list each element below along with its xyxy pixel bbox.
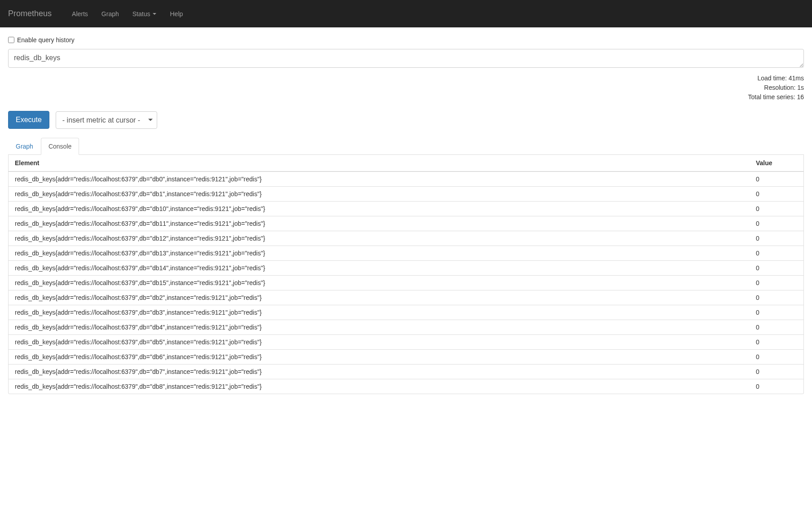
table-header-row: Element Value <box>9 155 803 171</box>
table-row: redis_db_keys{addr="redis://localhost:63… <box>9 276 803 290</box>
table-row: redis_db_keys{addr="redis://localhost:63… <box>9 335 803 350</box>
cell-value: 0 <box>750 202 803 216</box>
stat-resolution: Resolution: 1s <box>8 83 804 92</box>
execute-button[interactable]: Execute <box>8 111 49 129</box>
cell-value: 0 <box>750 364 803 379</box>
table-row: redis_db_keys{addr="redis://localhost:63… <box>9 364 803 379</box>
cell-value: 0 <box>750 305 803 320</box>
cell-element: redis_db_keys{addr="redis://localhost:63… <box>9 290 750 305</box>
table-row: redis_db_keys{addr="redis://localhost:63… <box>9 305 803 320</box>
table-row: redis_db_keys{addr="redis://localhost:63… <box>9 246 803 261</box>
cell-element: redis_db_keys{addr="redis://localhost:63… <box>9 261 750 276</box>
stat-total-series: Total time series: 16 <box>8 92 804 102</box>
main-container: Enable query history Load time: 41ms Res… <box>0 27 812 403</box>
cell-value: 0 <box>750 290 803 305</box>
cell-value: 0 <box>750 231 803 246</box>
table-row: redis_db_keys{addr="redis://localhost:63… <box>9 231 803 246</box>
action-row: Execute - insert metric at cursor - <box>8 111 804 129</box>
table-row: redis_db_keys{addr="redis://localhost:63… <box>9 379 803 394</box>
col-header-element: Element <box>9 155 750 171</box>
table-row: redis_db_keys{addr="redis://localhost:63… <box>9 290 803 305</box>
cell-element: redis_db_keys{addr="redis://localhost:63… <box>9 335 750 350</box>
cell-element: redis_db_keys{addr="redis://localhost:63… <box>9 305 750 320</box>
cell-value: 0 <box>750 171 803 187</box>
cell-element: redis_db_keys{addr="redis://localhost:63… <box>9 276 750 290</box>
cell-value: 0 <box>750 216 803 231</box>
cell-value: 0 <box>750 246 803 261</box>
nav-alerts[interactable]: Alerts <box>65 10 95 18</box>
cell-element: redis_db_keys{addr="redis://localhost:63… <box>9 171 750 187</box>
tabs: Graph Console <box>8 138 804 155</box>
cell-value: 0 <box>750 187 803 202</box>
cell-element: redis_db_keys{addr="redis://localhost:63… <box>9 202 750 216</box>
nav-help[interactable]: Help <box>163 10 190 18</box>
nav-graph[interactable]: Graph <box>95 10 126 18</box>
cell-value: 0 <box>750 379 803 394</box>
table-row: redis_db_keys{addr="redis://localhost:63… <box>9 320 803 335</box>
query-stats: Load time: 41ms Resolution: 1s Total tim… <box>8 74 804 102</box>
cell-element: redis_db_keys{addr="redis://localhost:63… <box>9 320 750 335</box>
cell-element: redis_db_keys{addr="redis://localhost:63… <box>9 246 750 261</box>
table-row: redis_db_keys{addr="redis://localhost:63… <box>9 350 803 364</box>
nav-status[interactable]: Status <box>126 10 163 18</box>
cell-element: redis_db_keys{addr="redis://localhost:63… <box>9 379 750 394</box>
query-history-checkbox[interactable] <box>8 37 14 43</box>
tab-graph[interactable]: Graph <box>8 138 41 155</box>
table-row: redis_db_keys{addr="redis://localhost:63… <box>9 171 803 187</box>
cell-element: redis_db_keys{addr="redis://localhost:63… <box>9 216 750 231</box>
cell-element: redis_db_keys{addr="redis://localhost:63… <box>9 364 750 379</box>
tab-console[interactable]: Console <box>41 138 79 155</box>
brand-link[interactable]: Prometheus <box>8 9 65 18</box>
table-row: redis_db_keys{addr="redis://localhost:63… <box>9 216 803 231</box>
query-history-toggle[interactable]: Enable query history <box>8 36 804 44</box>
table-row: redis_db_keys{addr="redis://localhost:63… <box>9 202 803 216</box>
table-row: redis_db_keys{addr="redis://localhost:63… <box>9 187 803 202</box>
stat-load-time: Load time: 41ms <box>8 74 804 83</box>
chevron-down-icon <box>153 13 156 15</box>
query-input[interactable] <box>8 49 804 68</box>
cell-value: 0 <box>750 276 803 290</box>
cell-value: 0 <box>750 335 803 350</box>
metric-select[interactable]: - insert metric at cursor - <box>56 111 157 129</box>
query-history-label: Enable query history <box>17 36 75 44</box>
cell-value: 0 <box>750 350 803 364</box>
cell-element: redis_db_keys{addr="redis://localhost:63… <box>9 231 750 246</box>
cell-element: redis_db_keys{addr="redis://localhost:63… <box>9 187 750 202</box>
cell-value: 0 <box>750 261 803 276</box>
col-header-value: Value <box>750 155 803 171</box>
cell-value: 0 <box>750 320 803 335</box>
results-table: Element Value redis_db_keys{addr="redis:… <box>9 155 803 394</box>
results-panel: Element Value redis_db_keys{addr="redis:… <box>8 155 804 394</box>
navbar: Prometheus Alerts Graph Status Help <box>0 0 812 27</box>
table-row: redis_db_keys{addr="redis://localhost:63… <box>9 261 803 276</box>
cell-element: redis_db_keys{addr="redis://localhost:63… <box>9 350 750 364</box>
nav-status-label: Status <box>132 10 150 18</box>
